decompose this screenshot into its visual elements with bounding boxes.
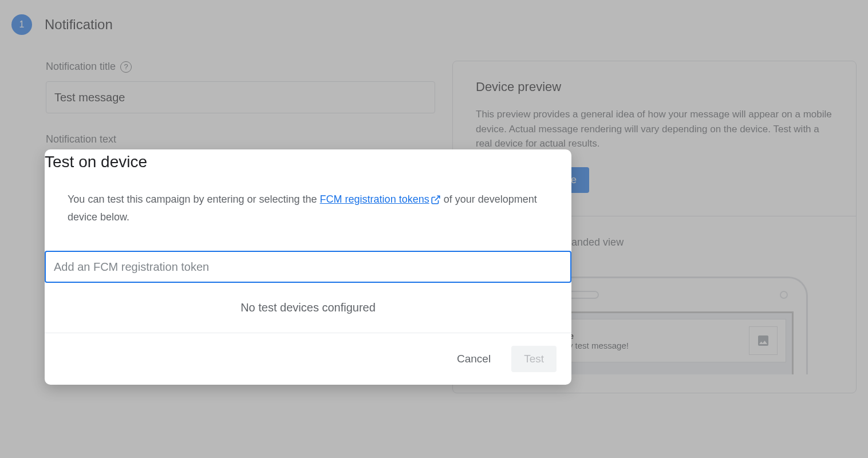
test-on-device-modal: Test on device You can test this campaig… [45, 149, 571, 385]
svg-line-0 [435, 196, 439, 200]
modal-description: You can test this campaign by entering o… [45, 171, 571, 226]
test-button[interactable]: Test [511, 346, 557, 372]
fcm-tokens-link[interactable]: FCM registration tokens [320, 194, 441, 205]
modal-desc-pre: You can test this campaign by entering o… [68, 194, 320, 205]
modal-title: Test on device [45, 153, 571, 171]
no-devices-message: No test devices configured [45, 283, 571, 333]
external-link-icon [431, 195, 441, 205]
modal-input-wrap [45, 226, 571, 283]
fcm-token-input[interactable] [45, 251, 571, 283]
modal-footer: Cancel Test [45, 333, 571, 385]
cancel-button[interactable]: Cancel [451, 348, 496, 370]
